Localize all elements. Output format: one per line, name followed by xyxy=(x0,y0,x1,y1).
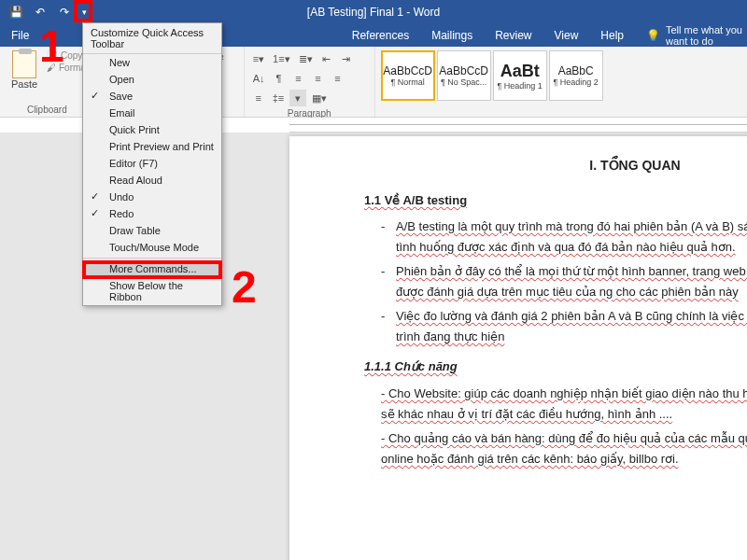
increase-indent-icon[interactable]: ⇥ xyxy=(338,50,355,67)
qat-item-quickprint[interactable]: Quick Print xyxy=(83,121,221,138)
qat-customize-dropdown[interactable]: ▾ xyxy=(78,2,90,22)
line-spacing-icon[interactable]: ‡≡ xyxy=(270,90,288,106)
page[interactable]: I. TỔNG QUAN 1.1 Về A/B testing -A/B tes… xyxy=(289,136,747,560)
doc-s11: 1.1 Về A/B testing xyxy=(364,190,747,211)
decrease-indent-icon[interactable]: ⇤ xyxy=(318,50,335,67)
style-heading1[interactable]: AaBt ¶ Heading 1 xyxy=(493,50,547,101)
qat-item-more-commands[interactable]: More Commands... xyxy=(83,260,221,277)
tab-mailings[interactable]: Mailings xyxy=(420,24,484,47)
copy-icon: 📄 xyxy=(47,50,58,61)
justify-icon[interactable]: ≡ xyxy=(250,90,267,106)
para-2: - Cho quảng cáo và bán hàng: dùng để đo … xyxy=(381,428,747,469)
tell-me[interactable]: 💡 Tell me what you want to do xyxy=(646,24,747,47)
style-no-spacing[interactable]: AaBbCcD ¶ No Spac... xyxy=(437,50,491,101)
bullet-1: -A/B testing là một quy trình mà trong đ… xyxy=(381,217,747,258)
qat-item-save[interactable]: Save xyxy=(83,88,221,105)
align-right-icon[interactable]: ≡ xyxy=(330,70,346,87)
qat-item-readaloud[interactable]: Read Aloud xyxy=(83,172,221,189)
paragraph-group: ≡▾ 1≡▾ ≣▾ ⇤ ⇥ A↓ ¶ ≡ ≡ ≡ ≡ ‡≡ ▾ ▦▾ Parag… xyxy=(245,47,375,117)
qat-item-email[interactable]: Email xyxy=(83,105,221,121)
qat-item-printpreview[interactable]: Print Preview and Print xyxy=(83,138,221,155)
qat-item-open[interactable]: Open xyxy=(83,71,221,88)
quick-access-toolbar: 💾 ↶ ↷ ▾ xyxy=(0,2,90,22)
save-icon[interactable]: 💾 xyxy=(6,2,26,22)
tell-me-label: Tell me what you want to do xyxy=(666,24,747,47)
redo-icon[interactable]: ↷ xyxy=(54,2,75,22)
doc-h1: I. TỔNG QUAN xyxy=(364,155,747,177)
qat-separator xyxy=(83,258,221,259)
style-normal[interactable]: AaBbCcD ¶ Normal xyxy=(381,50,435,101)
qat-menu-title: Customize Quick Access Toolbar xyxy=(83,23,221,54)
lightbulb-icon: 💡 xyxy=(646,29,660,42)
align-center-icon[interactable]: ≡ xyxy=(310,70,327,87)
numbering-icon[interactable]: 1≡▾ xyxy=(270,50,293,67)
qat-item-drawtable[interactable]: Draw Table xyxy=(83,222,221,239)
ruler[interactable] xyxy=(289,118,747,133)
qat-item-new[interactable]: New xyxy=(83,54,221,71)
styles-group: AaBbCcD ¶ Normal AaBbCcD ¶ No Spac... Aa… xyxy=(375,47,609,117)
clipboard-group: Paste 📄Copy 🖌Format Clipboard xyxy=(0,47,95,117)
style-heading2[interactable]: AaBbC ¶ Heading 2 xyxy=(549,50,603,101)
paste-button[interactable]: Paste xyxy=(6,50,43,90)
title-bar: 💾 ↶ ↷ ▾ [AB Testing] Final 1 - Word xyxy=(0,0,747,24)
qat-customize-menu: Customize Quick Access Toolbar New Open … xyxy=(82,22,222,306)
shading-icon[interactable]: ▾ xyxy=(289,90,306,106)
para-1: - Cho Website: giúp các doanh nghiệp nhậ… xyxy=(381,384,747,425)
brush-icon: 🖌 xyxy=(47,63,56,73)
qat-item-redo[interactable]: Redo xyxy=(83,205,221,222)
undo-icon[interactable]: ↶ xyxy=(30,2,50,22)
qat-item-show-below[interactable]: Show Below the Ribbon xyxy=(83,277,221,305)
multilevel-icon[interactable]: ≣▾ xyxy=(296,50,316,67)
bullet-3: -Việc đo lường và đánh giá 2 phiên bản A… xyxy=(381,306,747,347)
sort-icon[interactable]: A↓ xyxy=(250,70,268,87)
tab-help[interactable]: Help xyxy=(589,24,635,47)
qat-item-undo[interactable]: Undo xyxy=(83,189,221,205)
borders-icon[interactable]: ▦▾ xyxy=(309,90,330,106)
bullet-2: -Phiên bản ở đây có thể là mọi thứ từ mộ… xyxy=(381,261,747,302)
paste-label: Paste xyxy=(11,78,37,90)
tab-references[interactable]: References xyxy=(341,24,420,47)
paste-icon xyxy=(12,50,36,78)
showmarks-icon[interactable]: ¶ xyxy=(271,70,288,87)
align-left-icon[interactable]: ≡ xyxy=(290,70,307,87)
qat-item-editor[interactable]: Editor (F7) xyxy=(83,155,221,172)
window-title: [AB Testing] Final 1 - Word xyxy=(307,6,440,19)
tab-view[interactable]: View xyxy=(543,24,590,47)
qat-item-touchmouse[interactable]: Touch/Mouse Mode xyxy=(83,239,221,256)
clipboard-group-label: Clipboard xyxy=(6,103,89,115)
bullets-icon[interactable]: ≡▾ xyxy=(250,50,267,67)
tab-review[interactable]: Review xyxy=(484,24,543,47)
doc-s111: 1.1.1 Chức năng xyxy=(364,357,747,377)
tab-file[interactable]: File xyxy=(0,24,40,47)
